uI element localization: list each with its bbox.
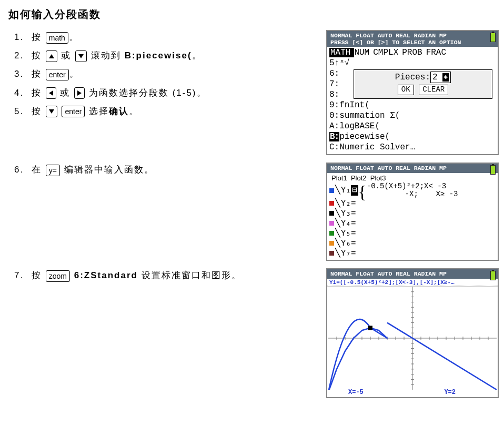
y6-line: ╲Y₆= <box>329 238 496 248</box>
menu-line-0: 0:summation Σ( <box>329 110 496 121</box>
battery-icon <box>490 271 496 280</box>
spinner-icon: ◈ <box>442 73 449 82</box>
y2-color-icon <box>329 201 334 206</box>
y3-line: ╲Y₃= <box>329 208 496 218</box>
battery-icon <box>490 165 496 175</box>
calc-screen-3: NORMAL FLOAT AUTO REAL RADIAN MP Y1=([-0… <box>326 268 499 398</box>
calc-header-2: NORMAL FLOAT AUTO REAL RADIAN MP <box>327 164 498 173</box>
key-up <box>46 50 57 62</box>
svg-rect-39 <box>368 326 372 330</box>
calc-screen-2: NORMAL FLOAT AUTO REAL RADIAN MP Plot1 P… <box>326 163 499 261</box>
key-zoom: zoom <box>46 270 70 282</box>
step-5: 按 enter 选择确认。 <box>27 104 322 118</box>
y7-line: ╲Y₇= <box>329 248 496 258</box>
menu-line-c: C:Numeric Solver… <box>329 142 496 153</box>
calc-screen-1: NORMAL FLOAT AUTO REAL RADIAN MP PRESS [… <box>326 30 499 155</box>
steps-list-3: 按 zoom 6:ZStandard 设置标准窗口和图形。 <box>8 268 322 287</box>
y3-color-icon <box>329 211 334 216</box>
step-3: 按 enter。 <box>27 67 322 81</box>
y1-definition: ╲Y₁⊟ { -0.5(X+5)²+2;X< -3 -X; X≥ -3 <box>329 182 496 199</box>
step-4: 按 或 为函数选择分段数 (1-5)。 <box>27 86 322 100</box>
menu-line-a: A:logBASE( <box>329 121 496 131</box>
key-yequals: y= <box>46 165 60 176</box>
y4-line: ╲Y₄= <box>329 218 496 228</box>
clear-button[interactable]: CLEAR <box>419 85 448 95</box>
y5-line: ╲Y₅= <box>329 228 496 238</box>
step-1: 按 math。 <box>27 30 322 44</box>
y7-color-icon <box>329 251 334 256</box>
menu-tabs: MATHNUMCMPLXPROBFRAC <box>329 47 496 58</box>
pieces-value: 2 ◈ <box>430 72 451 83</box>
y2-line: ╲Y₂= <box>329 198 496 208</box>
key-right <box>74 87 85 99</box>
y1-color-icon <box>329 188 334 193</box>
graph-plot: X=-5 Y=2 <box>327 286 498 397</box>
key-down-2 <box>46 106 57 117</box>
menu-line-5: 5↑ˣ√ <box>329 58 496 68</box>
graph-trace-status: X=-5 Y=2 <box>327 389 498 396</box>
key-enter-2: enter <box>62 106 85 117</box>
graph-expression: Y1=([-0.5(X+5)²+2];[X<-3],[-X];[X≥-… <box>327 279 498 286</box>
plot-tabs: Plot1 Plot2 Plot3 <box>327 173 498 182</box>
step-2: 按 或 滚动到 B:piecewise(。 <box>27 48 322 63</box>
key-math: math <box>46 32 68 44</box>
page-title: 如何输入分段函数 <box>8 7 496 22</box>
key-enter: enter <box>46 69 69 80</box>
y5-color-icon <box>329 231 334 236</box>
steps-list-1: 按 math。 按 或 滚动到 B:piecewise(。 按 enter。 按… <box>8 30 322 123</box>
key-left <box>46 87 56 99</box>
svg-line-38 <box>387 322 497 389</box>
battery-icon <box>490 33 496 42</box>
steps-list-2: 在 y= 编辑器中输入函数。 <box>8 163 322 181</box>
brace-icon: { <box>358 187 367 196</box>
step-7: 按 zoom 6:ZStandard 设置标准窗口和图形。 <box>27 268 322 282</box>
y6-color-icon <box>329 241 334 246</box>
pieces-popup: Pieces:2 ◈ OK CLEAR <box>354 69 492 99</box>
step-6: 在 y= 编辑器中输入函数。 <box>27 163 322 177</box>
menu-line-b: B:piecewise( <box>329 131 496 142</box>
y4-color-icon <box>329 221 334 226</box>
calc-header-1: NORMAL FLOAT AUTO REAL RADIAN MP PRESS [… <box>327 31 498 47</box>
menu-line-9: 9:fnInt( <box>329 100 496 110</box>
trace-marker-icon <box>368 326 372 330</box>
key-down <box>75 50 87 62</box>
calc-header-3: NORMAL FLOAT AUTO REAL RADIAN MP <box>327 269 498 278</box>
ok-button[interactable]: OK <box>398 85 414 95</box>
